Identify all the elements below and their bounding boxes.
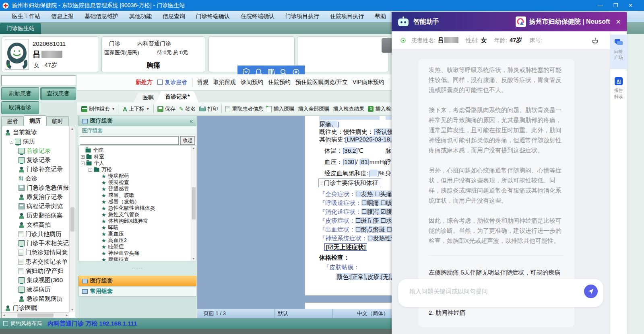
menu-item-doctor-workstation[interactable]: 医生工作站 <box>12 13 40 20</box>
insert-exam-result-button[interactable]: 插入检查结果 <box>333 105 364 113</box>
collapse-expander-icon[interactable]: - <box>81 162 85 165</box>
template-item[interactable]: ★感冒（发热） <box>79 199 196 205</box>
doc-sym-digestive[interactable]: 『消化道症状：☐腹泻 ☑腹痛 <box>319 208 392 216</box>
tree-item-informed-consent[interactable]: 门急诊知情同意 <box>2 248 75 257</box>
partially-hidden-button[interactable] <box>382 38 392 53</box>
scroll-right-icon[interactable]: ► <box>65 314 68 317</box>
tree-item-outpatient-orders[interactable]: 门诊医嘱 <box>2 303 75 313</box>
collapse-icon[interactable]: « <box>190 118 193 124</box>
collapse-tree-button[interactable]: 收起 <box>180 136 195 145</box>
insert-order-button[interactable]: 插入医嘱 <box>267 105 294 113</box>
scroll-thumb[interactable] <box>192 187 196 219</box>
template-item[interactable]: ★急性支气管炎 <box>79 211 196 218</box>
tab-first-visit-record[interactable]: 首诊记录* <box>156 91 198 102</box>
revisit-checkbox[interactable]: 复诊患者 <box>157 79 187 86</box>
doc-sym-general[interactable]: 『全身症状：☐发热 ☐头痛 <box>319 191 392 198</box>
new-prescription-button[interactable]: 新处方 <box>136 79 153 86</box>
patient-summary-card[interactable]: ✓ 2020681011 吕 女 47岁 <box>2 36 99 72</box>
pre-admission-orders-button[interactable]: 预住院医嘱浏览/开立 <box>295 79 348 86</box>
rail-item-qa-plaza[interactable]: 问答广场 <box>610 35 627 69</box>
tree-item-doc-capture[interactable]: 文档高拍 <box>2 220 75 229</box>
vip-bed-button[interactable]: VIP病床预约 <box>353 79 384 86</box>
refetch-patient-button[interactable]: 重取患者信息 <box>225 105 263 113</box>
rail-item-report-reading[interactable]: AI 报告解读 <box>610 73 627 108</box>
insert-all-orders-button[interactable]: 插入全部医嘱 <box>298 105 329 113</box>
tree-item-lingqun-record[interactable]: 凌群病历 <box>2 285 75 294</box>
cancel-visit-button[interactable]: 取消看诊 <box>1 101 39 114</box>
tree-item-handover-record[interactable]: 患者交接记录单 <box>2 257 75 266</box>
template-item[interactable]: ★普通感冒 <box>79 186 196 192</box>
document-page[interactable]: 尿痛。] 既往史：慢性病史：[否认慢 其他病史:[LMP2025-03-18。 … <box>305 116 392 295</box>
template-item[interactable]: ★急性化脓性扁桃体炎 <box>79 205 196 211</box>
common-templates-header[interactable]: 常用组套 <box>78 286 196 297</box>
tree-item-history-scan[interactable]: 历史翻拍病案 <box>2 211 75 220</box>
tab-outpatient-doctor-station[interactable]: 门诊医生站 <box>0 23 41 34</box>
checkbox-icon[interactable] <box>157 80 163 85</box>
scroll-down-icon[interactable]: ▼ <box>71 308 74 311</box>
vertical-scrollbar[interactable]: ▲▼ <box>69 126 75 312</box>
patient-search-input[interactable] <box>1 75 76 86</box>
tree-item-hospital-wide[interactable]: 全院 <box>79 147 196 154</box>
panel-splitter[interactable]: ····· <box>78 261 196 276</box>
template-item[interactable]: ★便民检查 <box>79 179 196 186</box>
subscript-button[interactable]: A上下标▼ <box>123 105 150 113</box>
close-button[interactable]: ✕ <box>628 2 633 8</box>
ai-close-button[interactable]: ✕ <box>616 18 621 26</box>
template-item[interactable]: ★慢病配药 <box>79 173 196 179</box>
menu-item-help[interactable]: 帮助 <box>375 13 386 20</box>
tree-item-integrated-view[interactable]: 集成视图(360 <box>2 276 75 285</box>
scroll-up-icon[interactable]: ▲ <box>71 127 74 131</box>
menu-item-info-report[interactable]: 信息上报 <box>51 13 74 20</box>
doc-none-of-above[interactable]: [☑无上述症状] <box>324 244 367 251</box>
template-item[interactable]: ★高血压 <box>79 231 196 237</box>
menu-item-inpatient-terminal[interactable]: 住院终端确认 <box>241 13 275 20</box>
tab-temporary[interactable]: 临时 <box>46 116 69 126</box>
scroll-left-icon[interactable]: ◄ <box>2 314 6 317</box>
tab-medical-record[interactable]: 病历 <box>24 115 46 126</box>
menu-item-info-query[interactable]: 信息查询 <box>163 13 185 20</box>
template-item[interactable]: ★哮喘 <box>79 224 196 231</box>
template-item[interactable]: ★神经血管头痛 <box>79 250 196 256</box>
vertical-scrollbar[interactable]: ▲▼ <box>191 146 196 261</box>
tree-item-rehab-record[interactable]: 康复治疗记录 <box>2 193 75 202</box>
template-search-input[interactable] <box>80 136 179 145</box>
tree-item-medical-records[interactable]: -病历 <box>2 137 75 146</box>
tree-item-surgery-related[interactable]: 门诊手术相关记 <box>2 239 75 248</box>
scroll-thumb[interactable] <box>70 207 74 232</box>
menu-item-outpatient-terminal[interactable]: 门诊终端确认 <box>196 13 230 20</box>
find-patient-button[interactable]: 查找患者 <box>40 87 76 100</box>
tree-item-other-records[interactable]: 门诊其他病历 <box>2 229 75 239</box>
tree-item-supplement-record[interactable]: 门诊补充记录 <box>2 165 75 174</box>
refresh-patients-button[interactable]: 刷新患者 <box>1 87 39 100</box>
tree-item-critical-value[interactable]: 门急诊危急值报 <box>2 183 75 193</box>
tree-item-provincial-mch[interactable]: 省妇幼(孕产妇 <box>2 266 75 276</box>
horizontal-scrollbar[interactable]: ◄► <box>2 312 69 318</box>
doc-sym-respiratory[interactable]: 『呼吸道症状：☐咽痛 ☐咳嗽 <box>319 199 392 207</box>
clinic-appointment-button[interactable]: 诊间预约 <box>241 79 263 86</box>
collapse-expander-icon[interactable]: - <box>89 168 92 172</box>
tree-item-progress-notes[interactable]: 病程记录浏览 <box>2 202 75 211</box>
template-item[interactable]: ★感冒、咳嗽 <box>79 192 196 199</box>
tree-item-consultation[interactable]: 出会诊 <box>2 174 75 183</box>
menu-item-outpatient-exec[interactable]: 门诊项目执行 <box>285 13 319 20</box>
templates-panel-header[interactable]: 医疗组套« <box>78 116 196 126</box>
cancel-observe-button[interactable]: 取消留观 <box>213 79 236 86</box>
simple-layout-checkbox[interactable]: 简约风格布局 <box>3 320 42 327</box>
sign-button[interactable]: ✎签名 <box>179 105 196 113</box>
tree-item-wansong[interactable]: -万松 <box>79 166 196 173</box>
expand-icon[interactable]: + <box>81 155 85 159</box>
doc-sym-bleeding[interactable]: 『出血症状：☐瘀点瘀斑 ☐呕 <box>319 226 392 234</box>
templates-section-header[interactable]: 医疗组套 <box>78 276 196 286</box>
make-template-button[interactable]: 制作组套▼ <box>81 105 115 113</box>
tree-item-first-visit-record[interactable]: 首诊记录 <box>2 146 75 156</box>
visit-info-card[interactable]: 门诊内科普通门诊 国家医保(居民)待:0元 总:0元 胸痛 <box>101 36 205 72</box>
minimize-button[interactable]: — <box>597 2 603 8</box>
tree-item-current-visit[interactable]: 当前就诊 <box>2 128 75 137</box>
checkbox-icon[interactable] <box>3 321 8 326</box>
ai-input-box[interactable]: 输入问题关键词或以问句提问 <box>398 279 603 307</box>
tree-item-personal[interactable]: -个人 <box>79 160 196 166</box>
clear-chat-icon[interactable] <box>591 37 599 44</box>
template-item[interactable]: ★高血压2 <box>79 237 196 244</box>
observe-button[interactable]: 留观 <box>197 79 208 86</box>
collapse-expander-icon[interactable]: - <box>10 140 13 143</box>
